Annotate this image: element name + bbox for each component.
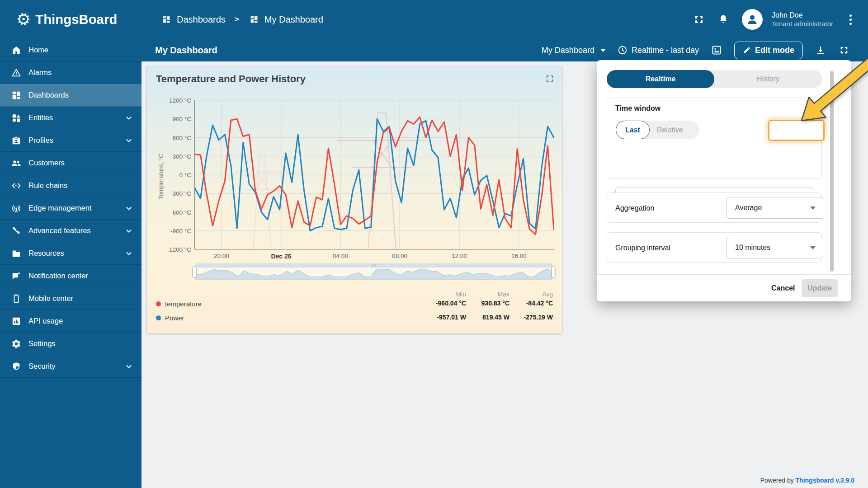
sidebar-item-alarms[interactable]: Alarms: [0, 61, 142, 84]
dashboards-icon: [11, 90, 22, 101]
y-tick-label: 300 °C: [160, 153, 191, 160]
brand[interactable]: ⚙ ThingsBoard: [0, 11, 136, 28]
user-info[interactable]: John Doe Tenant administrator: [772, 11, 833, 28]
sidebar-item-notification-center[interactable]: Notification center: [0, 265, 142, 287]
series-label[interactable]: Power: [165, 314, 184, 322]
customers-icon: [11, 158, 22, 169]
user-role: Tenant administrator: [772, 20, 833, 28]
thingsboard-app: ⚙ ThingsBoard Dashboards > My Dashboard: [0, 0, 868, 488]
scrubber-handle-left[interactable]: [193, 267, 196, 277]
y-tick-label: -300 °C: [160, 190, 191, 197]
sidebar-item-security[interactable]: Security: [0, 355, 142, 378]
image-gallery-icon[interactable]: [711, 44, 722, 56]
notifications-bell-icon[interactable]: [717, 14, 729, 25]
profiles-icon: [11, 135, 22, 146]
grouping-interval-select[interactable]: 10 minutes: [726, 237, 823, 258]
stats-value-row: -957.01 W819.45 W-275.19 W: [423, 314, 553, 321]
thingsboard-version-link[interactable]: Thingsboard v.3.9.0: [796, 477, 854, 484]
header-actions: John Doe Tenant administrator: [693, 9, 868, 30]
stats-value: -84.42 °C: [509, 300, 553, 307]
y-tick-label: -600 °C: [160, 209, 191, 216]
entities-icon: [11, 113, 22, 123]
notification-icon: [11, 271, 22, 282]
sidebar-item-edge-management[interactable]: Edge management: [0, 197, 142, 220]
sidebar-item-home[interactable]: Home: [0, 39, 142, 61]
breadcrumb-separator: >: [235, 15, 239, 24]
brand-name: ThingsBoard: [35, 12, 117, 27]
timewindow-button[interactable]: Realtime - last day: [618, 45, 699, 55]
breadcrumb-dashboards[interactable]: Dashboards: [160, 14, 226, 25]
stats-header: Max: [466, 291, 509, 298]
last-relative-toggle: Last Relative: [616, 121, 699, 139]
chevron-down-icon: [125, 205, 132, 212]
dashboard-icon: [248, 14, 260, 25]
rule-chains-icon: [11, 180, 22, 191]
gear-icon: [11, 338, 22, 349]
widget-title: Temperature and Power History: [156, 73, 306, 85]
sidebar-nav: HomeAlarmsDashboardsEntitiesProfilesCust…: [0, 39, 142, 488]
popover-footer-divider: [597, 274, 851, 275]
sidebar-item-advanced-features[interactable]: Advanced features: [0, 220, 142, 242]
user-avatar[interactable]: [742, 9, 763, 30]
folder-icon: [11, 248, 22, 259]
chevron-down-icon: [125, 250, 132, 257]
breadcrumb: Dashboards > My Dashboard: [160, 14, 323, 25]
stats-header: Avg: [509, 291, 553, 298]
mobile-icon: [11, 293, 22, 304]
x-tick-label: 12:00: [452, 253, 467, 259]
timewindow-popover: Realtime History Time window Last Relati…: [597, 60, 851, 301]
aggregation-select[interactable]: Average: [726, 197, 823, 219]
toolbar-actions: My Dashboard Realtime - last day Edit mo…: [542, 42, 868, 59]
stats-value: -957.01 W: [423, 314, 466, 321]
sidebar-item-entities[interactable]: Entities: [0, 107, 142, 129]
sidebar-item-settings[interactable]: Settings: [0, 333, 142, 355]
dashboards-icon: [160, 14, 172, 25]
grouping-interval-label: Grouping interval: [615, 233, 670, 263]
toolbar-fullscreen-icon[interactable]: [838, 44, 850, 56]
popover-scrollbar[interactable]: [830, 71, 834, 272]
clock-icon: [618, 45, 627, 55]
shield-icon: [11, 361, 22, 372]
x-tick-label: 04:00: [333, 253, 348, 259]
timeline-scrubber[interactable]: [192, 263, 556, 280]
series-label[interactable]: temperature: [165, 300, 202, 308]
tab-history[interactable]: History: [714, 70, 822, 88]
x-tick-label: 08:00: [392, 253, 407, 259]
stats-value: -275.19 W: [509, 314, 553, 321]
x-tick-label: 16:00: [511, 253, 527, 259]
download-icon[interactable]: [815, 44, 826, 56]
cancel-button[interactable]: Cancel: [767, 280, 799, 296]
highlighted-time-input[interactable]: [768, 120, 825, 141]
sidebar-item-rule-chains[interactable]: Rule chains: [0, 174, 142, 197]
kebab-menu-icon[interactable]: [846, 13, 855, 27]
stats-value: -960.04 °C: [423, 300, 466, 307]
update-button[interactable]: Update: [802, 279, 838, 297]
grouping-interval-section: Grouping interval 10 minutes: [607, 232, 822, 263]
widget-expand-icon[interactable]: [545, 74, 555, 84]
stats-header: Min: [423, 291, 466, 298]
sidebar-item-mobile-center[interactable]: Mobile center: [0, 287, 142, 310]
chevron-down-icon: [125, 363, 132, 370]
timeseries-chart: [194, 100, 554, 249]
toggle-relative[interactable]: Relative: [650, 126, 690, 134]
sidebar-item-resources[interactable]: Resources: [0, 242, 142, 265]
sidebar-item-dashboards[interactable]: Dashboards: [0, 84, 142, 107]
time-window-section: Time window Last Relative 1 day: [607, 98, 822, 179]
sidebar-item-customers[interactable]: Customers: [0, 152, 142, 174]
app-header: ⚙ ThingsBoard Dashboards > My Dashboard: [0, 0, 868, 39]
legend-item: temperature: [156, 300, 202, 308]
dashboard-state-select[interactable]: My Dashboard: [542, 46, 606, 55]
fullscreen-icon[interactable]: [693, 14, 705, 25]
timewindow-tabs: Realtime History: [607, 70, 822, 88]
edit-mode-button[interactable]: Edit mode: [734, 42, 803, 59]
y-tick-label: 900 °C: [160, 116, 191, 122]
api-usage-icon: [11, 316, 22, 327]
y-tick-label: 600 °C: [160, 134, 191, 141]
x-tick-label: Dec 26: [271, 253, 291, 260]
sidebar-item-api-usage[interactable]: API usage: [0, 310, 142, 333]
breadcrumb-my-dashboard[interactable]: My Dashboard: [248, 14, 323, 25]
sidebar-item-profiles[interactable]: Profiles: [0, 129, 142, 152]
tab-realtime[interactable]: Realtime: [607, 70, 714, 88]
scrubber-handle-right[interactable]: [552, 267, 555, 277]
toggle-last[interactable]: Last: [616, 121, 650, 139]
